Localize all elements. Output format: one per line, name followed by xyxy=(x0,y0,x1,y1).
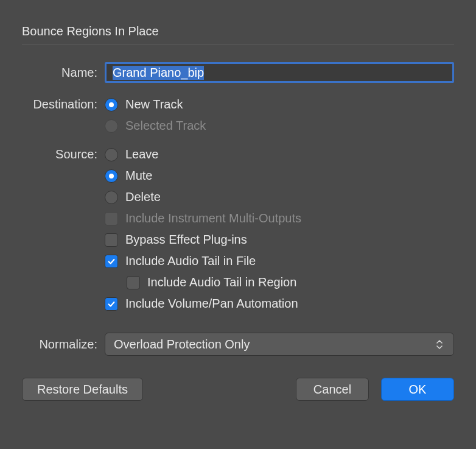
source-mute-label[interactable]: Mute xyxy=(125,169,152,183)
normalize-label: Normalize: xyxy=(22,338,105,352)
destination-label: Destination: xyxy=(22,97,105,111)
include-vol-pan-label[interactable]: Include Volume/Pan Automation xyxy=(125,297,298,311)
source-leave-radio[interactable] xyxy=(105,148,118,161)
include-multi-outputs-checkbox xyxy=(105,212,118,225)
include-tail-region-label[interactable]: Include Audio Tail in Region xyxy=(147,275,296,289)
normalize-select[interactable]: Overload Protection Only xyxy=(105,333,454,356)
divider xyxy=(22,44,454,45)
source-leave-label[interactable]: Leave xyxy=(125,147,159,161)
name-input[interactable] xyxy=(105,62,454,83)
source-delete-radio[interactable] xyxy=(105,191,118,204)
bypass-effects-checkbox[interactable] xyxy=(105,233,118,247)
include-tail-region-checkbox[interactable] xyxy=(127,276,140,289)
destination-selected-track-radio xyxy=(105,119,118,133)
include-multi-outputs-label: Include Instrument Multi-Outputs xyxy=(125,211,301,225)
source-delete-label[interactable]: Delete xyxy=(125,190,161,204)
ok-button[interactable]: OK xyxy=(381,378,454,401)
destination-new-track-radio[interactable] xyxy=(105,98,118,111)
include-tail-file-checkbox[interactable] xyxy=(105,255,118,268)
dialog-title: Bounce Regions In Place xyxy=(22,24,454,38)
include-vol-pan-checkbox[interactable] xyxy=(105,297,118,311)
bypass-effects-label[interactable]: Bypass Effect Plug-ins xyxy=(125,233,247,247)
restore-defaults-button[interactable]: Restore Defaults xyxy=(22,378,143,401)
cancel-button[interactable]: Cancel xyxy=(296,378,369,401)
destination-selected-track-label: Selected Track xyxy=(125,119,206,133)
destination-new-track-label[interactable]: New Track xyxy=(125,97,183,111)
normalize-value: Overload Protection Only xyxy=(114,338,250,352)
source-label: Source: xyxy=(22,147,105,161)
chevron-updown-icon xyxy=(434,340,445,349)
source-mute-radio[interactable] xyxy=(105,169,118,183)
name-label: Name: xyxy=(22,66,105,80)
include-tail-file-label[interactable]: Include Audio Tail in File xyxy=(125,254,256,268)
